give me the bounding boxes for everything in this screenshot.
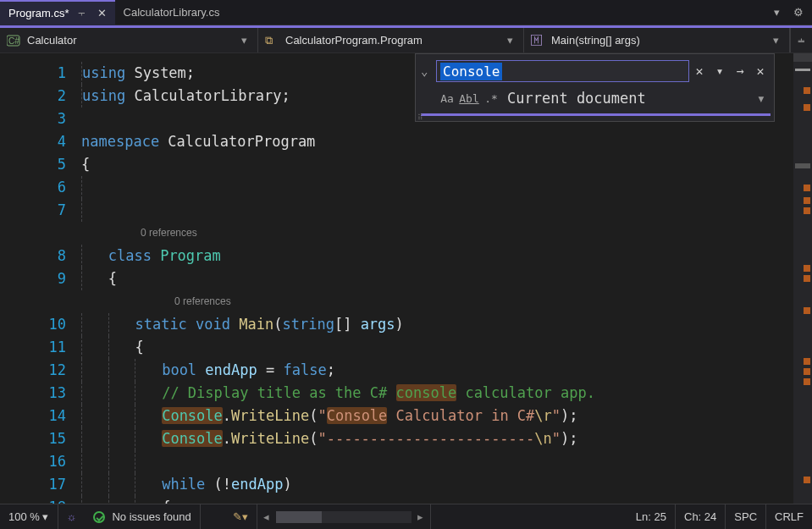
class-icon: ⧉: [265, 34, 280, 47]
line-ending[interactable]: CRLF: [766, 504, 812, 529]
resize-grip-icon[interactable]: ⠿: [417, 113, 423, 122]
find-marker: [804, 185, 810, 191]
overview-scrollbar[interactable]: [793, 53, 812, 504]
zoom-level[interactable]: 100 % ▾: [0, 504, 58, 529]
method-icon: 🄼: [531, 34, 546, 47]
close-icon[interactable]: ✕: [97, 7, 107, 19]
line-number: 13: [0, 382, 81, 405]
line-number: 12: [0, 359, 81, 382]
chevron-down-icon: ▾: [504, 34, 516, 47]
line-number: 9: [0, 267, 81, 290]
nav-class-label: CalculatorProgram.Program: [285, 34, 504, 47]
scope-dropdown-icon[interactable]: ▾: [757, 90, 771, 107]
find-panel: ⌄ Console ✕ ▾ → ✕ Aa Abl .* Current docu…: [415, 53, 775, 122]
find-marker: [804, 307, 810, 314]
expand-replace-icon[interactable]: ⌄: [421, 64, 436, 78]
clear-icon[interactable]: ✕: [689, 63, 710, 79]
nav-class-dropdown[interactable]: ⧉ CalculatorProgram.Program ▾: [258, 28, 524, 52]
find-marker: [804, 104, 810, 111]
find-input[interactable]: Console: [436, 60, 689, 82]
find-next-icon[interactable]: →: [730, 63, 750, 79]
find-underline: [421, 113, 771, 116]
line-number: 6: [0, 176, 81, 199]
gear-icon[interactable]: ⚙: [785, 6, 812, 19]
chevron-down-icon: ▾: [770, 34, 782, 47]
caret-line[interactable]: Ln: 25: [627, 504, 676, 529]
scroll-thumb[interactable]: [276, 511, 322, 523]
line-number: 17: [0, 473, 81, 496]
codelens-references[interactable]: 0 references: [81, 222, 793, 245]
split-editor-button[interactable]: ⫨: [790, 28, 812, 52]
csharp-icon: C#: [7, 34, 22, 47]
caret-col[interactable]: Ch: 24: [676, 504, 726, 529]
svg-text:C#: C#: [8, 36, 19, 46]
scroll-right-icon[interactable]: ▸: [412, 510, 430, 523]
scroll-thumb[interactable]: [795, 69, 810, 71]
tab-label: Program.cs*: [8, 7, 69, 19]
find-term: Console: [440, 63, 502, 80]
code-area[interactable]: using System; using CalculatorLibrary; n…: [81, 53, 793, 504]
codelens-references[interactable]: 0 references: [81, 290, 793, 313]
file-tab-bar: Program.cs* ⫟ ✕ CalculatorLibrary.cs ▾ ⚙: [0, 0, 812, 25]
chevron-down-icon: ▾: [238, 34, 251, 47]
nav-member-dropdown[interactable]: 🄼 Main(string[] args) ▾: [524, 28, 790, 52]
split-grip[interactable]: [793, 53, 812, 62]
whole-word-toggle[interactable]: Abl: [458, 92, 480, 105]
tab-calculatorlibrary-cs[interactable]: CalculatorLibrary.cs: [115, 0, 229, 25]
find-marker: [804, 197, 810, 204]
line-number: 5: [0, 153, 81, 176]
find-marker: [804, 368, 810, 375]
find-marker: [804, 378, 810, 385]
scroll-left-icon[interactable]: ◂: [257, 510, 276, 523]
nav-project-label: Calculator: [27, 34, 238, 47]
tab-program-cs[interactable]: Program.cs* ⫟ ✕: [0, 0, 115, 25]
line-number: 4: [0, 130, 81, 153]
line-number: 14: [0, 405, 81, 427]
status-bar: 100 % ▾ ☼ No issues found ✎▾ ◂ ▸ Ln: 25 …: [0, 504, 812, 529]
nav-project-dropdown[interactable]: C# Calculator ▾: [0, 28, 258, 52]
line-number: 15: [0, 427, 81, 450]
error-status[interactable]: No issues found: [85, 504, 200, 529]
navigation-bar: C# Calculator ▾ ⧉ CalculatorProgram.Prog…: [0, 28, 812, 53]
line-number: 1: [0, 62, 81, 85]
find-marker: [804, 477, 810, 483]
find-marker: [804, 265, 810, 272]
tab-overflow-icon[interactable]: ▾: [769, 6, 785, 19]
match-case-toggle[interactable]: Aa: [436, 92, 458, 105]
line-number: 16: [0, 450, 81, 473]
nav-member-label: Main(string[] args): [551, 34, 770, 47]
indent-mode[interactable]: SPC: [726, 504, 766, 529]
line-number: 11: [0, 336, 81, 359]
regex-toggle[interactable]: .*: [480, 92, 502, 105]
find-marker: [804, 87, 810, 94]
line-number: 7: [0, 199, 81, 222]
find-scope-label: Current document: [502, 90, 757, 107]
find-marker: [804, 358, 810, 365]
find-marker: [804, 275, 810, 282]
line-number: 2: [0, 85, 81, 107]
history-dropdown-icon[interactable]: ▾: [710, 63, 730, 79]
intellicode-icon[interactable]: ☼: [58, 504, 86, 529]
check-circle-icon: [93, 511, 105, 523]
line-number: 8: [0, 245, 81, 267]
line-number: 10: [0, 313, 81, 336]
pin-icon[interactable]: ⫟: [76, 7, 87, 19]
find-marker: [804, 207, 810, 214]
line-number-gutter: 1 2 3 4 5 6 7 8 9 10 11 12 13 14 15 16 1…: [0, 53, 81, 504]
close-find-icon[interactable]: ✕: [750, 63, 771, 79]
code-editor[interactable]: 1 2 3 4 5 6 7 8 9 10 11 12 13 14 15 16 1…: [0, 53, 812, 504]
tab-label: CalculatorLibrary.cs: [124, 6, 220, 19]
horizontal-scrollbar[interactable]: ◂ ▸: [257, 504, 431, 529]
line-number: 3: [0, 107, 81, 130]
cleanup-icon[interactable]: ✎▾: [224, 504, 257, 529]
